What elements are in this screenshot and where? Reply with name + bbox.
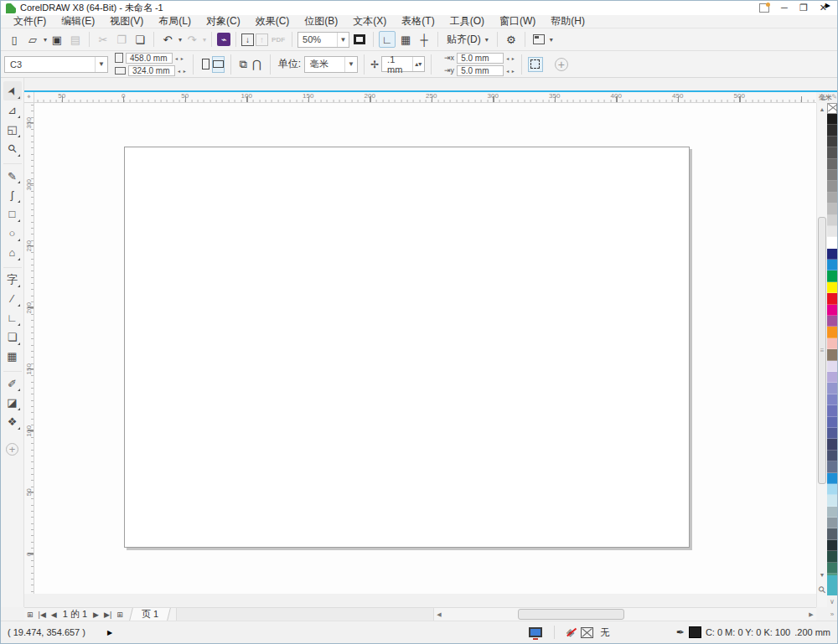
color-swatch[interactable] xyxy=(827,461,837,472)
connector-tool[interactable]: ∟ xyxy=(3,308,22,327)
search-content-icon[interactable]: ⌁ xyxy=(217,33,230,46)
crop-tool[interactable]: ◱ xyxy=(3,120,22,139)
shape-tool[interactable]: ⊿ xyxy=(3,100,22,120)
color-swatch[interactable] xyxy=(827,137,837,147)
tab-scroll-right-icon[interactable]: ▶ xyxy=(825,2,830,9)
treat-as-filled-button[interactable] xyxy=(528,57,543,72)
portrait-button[interactable] xyxy=(199,56,212,73)
page-width-spinner[interactable]: ◂ ▸ xyxy=(175,55,184,61)
vertical-ruler[interactable]: 350300250200150100500 xyxy=(24,103,34,594)
restore-button[interactable]: ❐ xyxy=(799,3,808,13)
dimension-tool[interactable]: ∕ xyxy=(3,289,22,308)
menu-effects[interactable]: 效果(C) xyxy=(248,14,297,28)
snap-to-button[interactable]: 贴齐(D) ▾ xyxy=(443,33,492,47)
color-swatch[interactable] xyxy=(827,181,837,192)
palette-swatches[interactable] xyxy=(827,114,837,575)
last-page-icon[interactable]: ▶| xyxy=(101,608,114,621)
color-swatch[interactable] xyxy=(827,204,837,214)
color-swatch[interactable] xyxy=(827,518,837,528)
polygon-tool[interactable]: ⌂ xyxy=(3,243,22,262)
menu-layout[interactable]: 布局(L) xyxy=(151,14,199,28)
open-caret-icon[interactable]: ▾ xyxy=(44,36,47,44)
smart-drawing-tool[interactable]: ʃ xyxy=(3,185,22,204)
color-swatch[interactable] xyxy=(827,383,837,394)
import-icon[interactable]: ↓ xyxy=(241,33,254,46)
color-swatch[interactable] xyxy=(827,551,837,562)
color-swatch[interactable] xyxy=(827,338,837,349)
duplicate-y-spinner[interactable]: ◂ ▸ xyxy=(506,68,515,74)
color-swatch[interactable] xyxy=(827,260,837,270)
undo-icon[interactable]: ↶ xyxy=(159,31,176,48)
color-swatch[interactable] xyxy=(827,507,837,518)
menu-window[interactable]: 窗口(W) xyxy=(492,14,543,28)
ruler-origin-corner[interactable]: ⌖ xyxy=(24,92,34,103)
landscape-button[interactable] xyxy=(212,56,225,73)
all-pages-layout-icon[interactable]: ⧉ xyxy=(237,58,250,71)
ruler-edit-icon[interactable]: ✎ xyxy=(831,93,837,100)
horizontal-scroll-thumb[interactable] xyxy=(518,609,624,620)
page-height-field[interactable]: 324.0 mm xyxy=(128,65,175,76)
zoom-level-select[interactable]: 50% ▼ xyxy=(297,32,349,48)
freehand-tool[interactable]: ✎ xyxy=(3,163,22,185)
nudge-distance-field[interactable]: .1 mm ▴▾ xyxy=(381,56,425,72)
transparency-tool[interactable]: ▦ xyxy=(3,347,22,366)
show-guidelines-icon[interactable]: ┼ xyxy=(416,31,432,48)
add-page-after-icon[interactable]: ⊞ xyxy=(114,608,126,621)
units-caret-icon[interactable]: ▼ xyxy=(344,57,357,72)
page-size-preset-select[interactable]: C3 ▼ xyxy=(4,56,108,73)
color-swatch[interactable] xyxy=(827,540,837,551)
vertical-scrollbar[interactable]: ▲ ▼ ⚲ xyxy=(816,103,827,607)
color-swatch[interactable] xyxy=(827,451,837,461)
scroll-right-icon[interactable]: ▶ xyxy=(806,609,816,621)
options-gear-icon[interactable]: ⚙ xyxy=(503,31,520,48)
color-swatch[interactable] xyxy=(827,484,837,495)
color-swatch[interactable] xyxy=(827,495,837,506)
color-swatch[interactable] xyxy=(827,170,837,181)
launcher-icon[interactable] xyxy=(530,31,547,48)
color-swatch[interactable] xyxy=(827,237,837,248)
horizontal-ruler[interactable]: 50050100150200250300350400450500 xyxy=(34,92,816,103)
duplicate-x-field[interactable]: 5.0 mm xyxy=(457,53,504,64)
fullscreen-preview-icon[interactable] xyxy=(351,31,368,48)
menu-object[interactable]: 对象(C) xyxy=(199,14,248,28)
new-document-icon[interactable]: ▯ xyxy=(6,31,23,48)
next-page-icon[interactable]: ▶ xyxy=(91,608,101,621)
minimize-button[interactable]: ─ xyxy=(781,3,788,13)
color-swatch[interactable] xyxy=(827,473,837,484)
outline-pen-icon[interactable]: ✒ xyxy=(676,626,685,638)
current-page-layout-icon[interactable]: ⋂ xyxy=(250,58,264,70)
color-swatch[interactable] xyxy=(827,215,837,226)
duplicate-x-spinner[interactable]: ◂ ▸ xyxy=(506,55,515,61)
nudge-spinner[interactable]: ▴▾ xyxy=(412,57,425,71)
units-select[interactable]: 毫米 ▼ xyxy=(304,56,358,73)
palette-navigator-corner[interactable] xyxy=(827,575,837,595)
menu-table[interactable]: 表格(T) xyxy=(394,14,442,28)
menu-tools[interactable]: 工具(O) xyxy=(442,14,492,28)
page-tab[interactable]: 页 1 xyxy=(129,608,171,621)
menu-file[interactable]: 文件(F) xyxy=(6,14,54,28)
scroll-up-icon[interactable]: ▲ xyxy=(820,103,825,115)
page-width-field[interactable]: 458.0 mm xyxy=(126,53,173,64)
color-swatch[interactable] xyxy=(827,394,837,405)
menu-text[interactable]: 文本(X) xyxy=(345,14,394,28)
palette-scroll-down-icon[interactable]: ∨ xyxy=(827,595,837,608)
color-swatch[interactable] xyxy=(827,226,837,237)
first-page-icon[interactable]: |◀ xyxy=(36,608,49,621)
zoom-tool[interactable]: ⚲ xyxy=(3,139,22,158)
menu-help[interactable]: 帮助(H) xyxy=(543,14,592,28)
rectangle-tool[interactable]: □ xyxy=(3,204,22,224)
color-swatch[interactable] xyxy=(827,349,837,360)
add-page-before-icon[interactable]: ⊞ xyxy=(24,608,36,621)
color-swatch[interactable] xyxy=(827,528,837,539)
scroll-down-icon[interactable]: ▼ xyxy=(820,569,825,580)
page-height-spinner[interactable]: ◂ ▸ xyxy=(178,68,187,74)
previous-page-icon[interactable]: ◀ xyxy=(49,608,59,621)
color-swatch[interactable] xyxy=(827,372,837,383)
color-swatch[interactable] xyxy=(827,405,837,416)
palette-expand-icon[interactable]: » xyxy=(827,608,837,621)
outline-color-swatch[interactable] xyxy=(689,626,701,638)
vertical-scroll-thumb[interactable] xyxy=(818,217,826,484)
smart-fill-tool[interactable]: ❖ xyxy=(3,412,22,431)
paste-icon[interactable]: ❏ xyxy=(132,31,148,48)
launcher-caret-icon[interactable]: ▾ xyxy=(550,36,553,44)
